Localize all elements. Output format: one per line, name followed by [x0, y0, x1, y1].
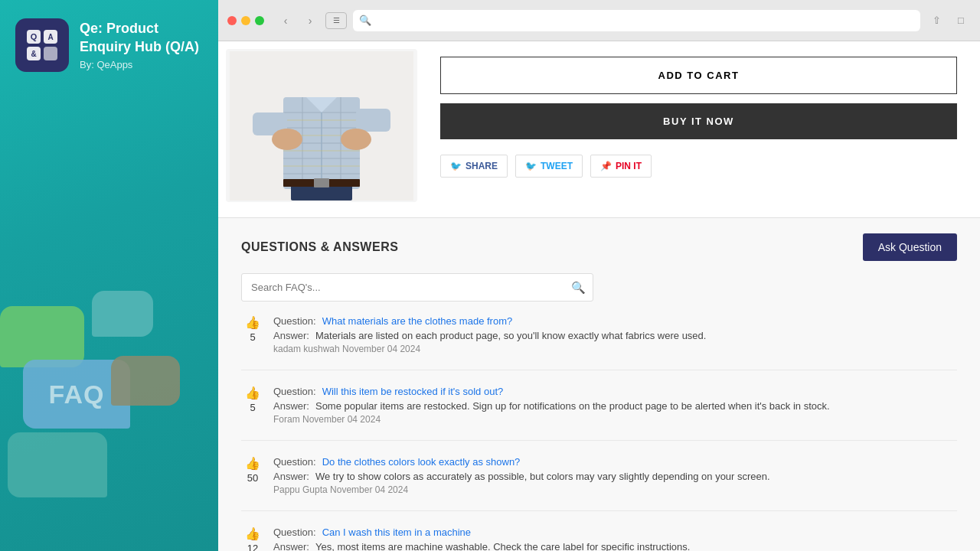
bubble-teal-small — [92, 291, 153, 337]
page-content: ADD TO CART BUY IT NOW 🐦 SHARE 🐦 TWEET 📌… — [218, 41, 980, 551]
answer-text-3: Yes, most items are machine washable. Ch… — [315, 541, 957, 551]
question-text-0[interactable]: What materials are the clothes made from… — [322, 315, 513, 327]
fullscreen-button[interactable]: □ — [951, 12, 971, 29]
svg-text:A: A — [47, 33, 53, 41]
thumb-icon-0: 👍 — [245, 315, 260, 330]
qa-vote-1: 👍 5 — [241, 386, 264, 413]
question-text-1[interactable]: Will this item be restocked if it's sold… — [322, 386, 504, 397]
svg-point-24 — [272, 129, 302, 150]
buy-now-button[interactable]: BUY IT NOW — [440, 103, 957, 139]
browser-forward-button[interactable]: › — [301, 11, 319, 30]
qa-content-3: Question: Can I wash this item in a mach… — [273, 527, 957, 551]
qa-answer-line-2: Answer: We try to show colors as accurat… — [273, 471, 957, 482]
answer-label-0: Answer: — [273, 330, 309, 341]
faq-search-input[interactable] — [241, 273, 593, 302]
qa-vote-0: 👍 5 — [241, 315, 264, 343]
question-text-3[interactable]: Can I wash this item in a machine — [322, 527, 471, 538]
answer-label-3: Answer: — [273, 541, 309, 551]
add-to-cart-button[interactable]: ADD TO CART — [440, 57, 957, 94]
answer-text-1: Some popular items are restocked. Sign u… — [315, 400, 957, 412]
question-label-2: Question: — [273, 456, 316, 468]
answer-text-0: Materials are listed on each product pag… — [315, 330, 957, 341]
social-share-bar: 🐦 SHARE 🐦 TWEET 📌 PIN IT — [440, 155, 957, 178]
qa-content-1: Question: Will this item be restocked if… — [273, 386, 957, 425]
pinterest-share-button[interactable]: 📌 PIN IT — [590, 155, 652, 178]
url-input[interactable] — [376, 15, 914, 26]
vote-count-2: 50 — [247, 472, 258, 484]
svg-text:&: & — [31, 50, 36, 58]
qa-meta-0: kadam kushwah November 04 2024 — [273, 344, 957, 354]
qa-item: 👍 12 Question: Can I wash this item in a… — [241, 527, 957, 551]
qa-meta-1: Foram November 04 2024 — [273, 414, 957, 425]
close-button-traffic[interactable] — [227, 16, 237, 25]
qa-header: QUESTIONS & ANSWERS Ask Question — [241, 233, 957, 261]
svg-text:Q: Q — [31, 32, 38, 41]
twitter-icon: 🐦 — [525, 161, 537, 171]
sidebar-logo-area: Q A & Qe: Product Enquiry Hub (Q/A) By: … — [15, 18, 203, 72]
qa-question-line-3: Question: Can I wash this item in a mach… — [273, 527, 957, 538]
product-top-section: ADD TO CART BUY IT NOW 🐦 SHARE 🐦 TWEET 📌… — [218, 41, 980, 217]
qa-section: QUESTIONS & ANSWERS Ask Question 🔍 👍 5 Q… — [218, 217, 980, 551]
qa-question-line-0: Question: What materials are the clothes… — [273, 315, 957, 327]
qa-item: 👍 5 Question: What materials are the clo… — [241, 315, 957, 370]
bubble-olive — [111, 356, 180, 406]
qa-content-0: Question: What materials are the clothes… — [273, 315, 957, 354]
thumb-icon-3: 👍 — [245, 527, 260, 541]
reader-mode-button[interactable]: ☰ — [325, 12, 347, 29]
answer-label-2: Answer: — [273, 471, 309, 482]
qa-items-container: 👍 5 Question: What materials are the clo… — [241, 315, 957, 551]
thumb-icon-1: 👍 — [245, 386, 260, 400]
svg-point-25 — [341, 129, 371, 150]
twitter-share-button[interactable]: 🐦 TWEET — [515, 155, 583, 178]
sidebar-by: By: QeApps — [80, 59, 203, 70]
qa-question-line-2: Question: Do the clothes colors look exa… — [273, 456, 957, 468]
qa-answer-line-0: Answer: Materials are listed on each pro… — [273, 330, 957, 341]
browser-actions: ⇧ □ — [926, 12, 971, 29]
share-browser-button[interactable]: ⇧ — [926, 12, 946, 29]
maximize-button-traffic[interactable] — [255, 16, 264, 25]
question-label-0: Question: — [273, 315, 316, 327]
answer-label-1: Answer: — [273, 400, 309, 412]
faq-search-button[interactable]: 🔍 — [571, 281, 586, 295]
qa-section-title: QUESTIONS & ANSWERS — [241, 240, 398, 254]
qa-item: 👍 50 Question: Do the clothes colors loo… — [241, 456, 957, 511]
facebook-icon: 🐦 — [450, 161, 462, 171]
svg-rect-6 — [44, 47, 57, 60]
svg-rect-28 — [314, 178, 329, 187]
vote-count-3: 12 — [247, 543, 258, 551]
facebook-share-button[interactable]: 🐦 SHARE — [440, 155, 508, 178]
tweet-label: TWEET — [541, 161, 573, 171]
vote-count-0: 5 — [250, 331, 255, 343]
minimize-button-traffic[interactable] — [241, 16, 250, 25]
browser-back-button[interactable]: ‹ — [276, 11, 295, 30]
product-image-area — [226, 49, 417, 202]
traffic-lights — [227, 16, 264, 25]
qa-vote-2: 👍 50 — [241, 456, 264, 484]
question-label-3: Question: — [273, 527, 316, 538]
qa-question-line-1: Question: Will this item be restocked if… — [273, 386, 957, 397]
share-label: SHARE — [466, 161, 498, 171]
main-content: ‹ › ☰ 🔍 ⇧ □ — [218, 0, 980, 551]
pin-label: PIN IT — [616, 161, 642, 171]
qa-vote-3: 👍 12 — [241, 527, 264, 551]
bubble-teal-large — [8, 432, 107, 497]
sidebar-logo-box: Q A & — [15, 18, 69, 72]
qa-item: 👍 5 Question: Will this item be restocke… — [241, 386, 957, 441]
browser-chrome: ‹ › ☰ 🔍 ⇧ □ — [218, 0, 980, 41]
qa-content-2: Question: Do the clothes colors look exa… — [273, 456, 957, 495]
answer-text-2: We try to show colors as accurately as p… — [315, 471, 957, 482]
bubble-green — [0, 306, 84, 367]
qa-answer-line-3: Answer: Yes, most items are machine wash… — [273, 541, 957, 551]
address-bar[interactable]: 🔍 — [353, 10, 920, 31]
faq-decorative-bubbles: FAQ — [0, 291, 191, 505]
question-label-1: Question: — [273, 386, 316, 397]
product-actions: ADD TO CART BUY IT NOW 🐦 SHARE 🐦 TWEET 📌… — [440, 49, 957, 202]
thumb-icon-2: 👍 — [245, 456, 260, 471]
sidebar: Q A & Qe: Product Enquiry Hub (Q/A) By: … — [0, 0, 218, 551]
sidebar-title: Qe: Product Enquiry Hub (Q/A) — [80, 20, 203, 56]
qa-answer-line-1: Answer: Some popular items are restocked… — [273, 400, 957, 412]
question-text-2[interactable]: Do the clothes colors look exactly as sh… — [322, 456, 521, 468]
qa-meta-2: Pappu Gupta November 04 2024 — [273, 484, 957, 495]
ask-question-button[interactable]: Ask Question — [863, 233, 957, 261]
pinterest-icon: 📌 — [600, 161, 612, 171]
